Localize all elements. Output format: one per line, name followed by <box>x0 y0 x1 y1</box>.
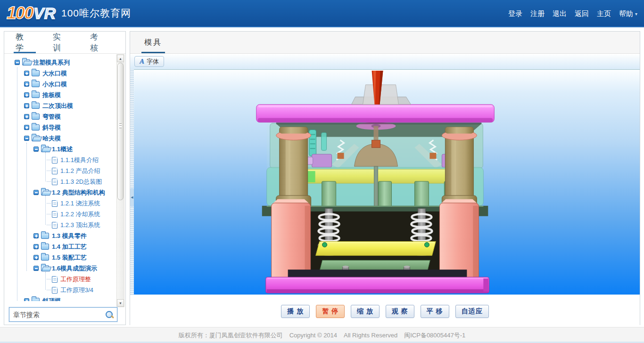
folder-icon <box>32 92 40 98</box>
tree-connector-line <box>45 272 46 290</box>
nav-back-link[interactable]: 返回 <box>575 9 589 18</box>
tree-item-label: 1.1.2 产品介绍 <box>60 167 100 175</box>
tree-item[interactable]: 工作原理3/4 <box>4 285 117 295</box>
expand-icon[interactable] <box>24 103 29 108</box>
course-sidebar: 教学 实训 考核 注塑模具系列 大水口模 小水口模 推板模 二次顶出模 弯管模 … <box>4 31 126 325</box>
content-panel: 模具 A 字体 ◀ <box>130 31 640 325</box>
tree-item[interactable]: 1.1.1模具介绍 <box>4 155 117 165</box>
font-button[interactable]: A 字体 <box>134 56 164 67</box>
tree-item-label: 1.3 模具零件 <box>52 232 87 240</box>
viewer-canvas[interactable] <box>134 69 640 295</box>
tree-item[interactable]: 1.6模具成型演示 <box>4 263 117 274</box>
nav-login-link[interactable]: 登录 <box>508 9 522 18</box>
tree-item[interactable]: 斜顶模 <box>4 295 117 301</box>
document-icon <box>52 157 58 163</box>
folder-open-icon <box>41 146 49 152</box>
tree-item[interactable]: 大水口模 <box>4 68 117 79</box>
nav-logout-link[interactable]: 退出 <box>553 9 567 18</box>
collapse-icon[interactable] <box>33 266 39 271</box>
tab-assessment[interactable]: 考核 <box>88 32 112 53</box>
tree-item[interactable]: 1.3 模具零件 <box>4 230 117 241</box>
tree-item[interactable]: 推板模 <box>4 90 117 100</box>
collapse-icon[interactable] <box>33 190 39 195</box>
pan-button[interactable]: 平 移 <box>421 305 449 318</box>
tree-item-label: 1.2.2 冷却系统 <box>60 210 100 219</box>
tree-item[interactable]: 哈夫模 <box>4 133 117 144</box>
expand-icon[interactable] <box>33 244 39 249</box>
viewer-row: ◀ <box>130 69 640 295</box>
scroll-down-button[interactable]: ▼ <box>117 299 124 307</box>
tree-item-selected[interactable]: 工作原理整 <box>4 274 117 285</box>
tab-mold[interactable]: 模具 <box>141 32 165 53</box>
site-title: 100唯尔教育网 <box>61 7 131 20</box>
tree-item[interactable]: 1.2.3 顶出系统 <box>4 220 117 230</box>
collapse-icon[interactable] <box>15 60 20 65</box>
expand-icon[interactable] <box>24 298 29 301</box>
expand-icon[interactable] <box>24 82 29 87</box>
scrollbar-thumb[interactable] <box>117 63 124 200</box>
play-button[interactable]: 播 放 <box>281 305 310 318</box>
playback-controls: 播 放 暂 停 缩 放 观 察 平 移 自适应 <box>130 295 640 325</box>
nav-help-link[interactable]: 帮助▾ <box>619 9 637 18</box>
tree-item[interactable]: 二次顶出模 <box>4 100 117 111</box>
pause-button[interactable]: 暂 停 <box>316 305 345 318</box>
top-clamp-plate <box>256 105 495 124</box>
tree-item[interactable]: 弯管模 <box>4 111 117 122</box>
tree-item[interactable]: 1.2.1 浇注系统 <box>4 198 117 209</box>
tree-item-label: 工作原理整 <box>60 275 91 284</box>
splitter-collapse-icon[interactable]: ◀ <box>130 188 134 207</box>
search-icon[interactable] <box>105 310 114 319</box>
chevron-down-icon: ▾ <box>635 11 637 16</box>
logo-100-text: 100 <box>7 3 33 23</box>
folder-open-icon <box>32 135 40 141</box>
panel-splitter[interactable]: ◀ <box>130 69 134 295</box>
collapse-icon[interactable] <box>33 147 39 152</box>
collapse-icon[interactable] <box>24 136 29 141</box>
tree-item[interactable]: 1.2.2 冷却系统 <box>4 209 117 220</box>
expand-icon[interactable] <box>24 114 29 119</box>
folder-icon <box>41 254 49 261</box>
tree-item[interactable]: 1.4 加工工艺 <box>4 241 117 252</box>
expand-icon[interactable] <box>33 233 39 238</box>
brand-logo[interactable]: 100 VR <box>7 3 56 23</box>
footer-copyright-cn: 版权所有：厦门凤凰创壹软件有限公司 <box>179 331 283 340</box>
tree-item[interactable]: 1.2 典型结构和机构 <box>4 187 117 198</box>
tab-teaching[interactable]: 教学 <box>14 32 38 53</box>
expand-icon[interactable] <box>33 255 39 260</box>
tree-root-item[interactable]: 注塑模具系列 <box>4 57 117 68</box>
tree-item-label: 哈夫模 <box>42 134 61 143</box>
folder-icon <box>32 298 40 301</box>
tree-item-label: 小水口模 <box>42 80 67 89</box>
tree-item[interactable]: 小水口模 <box>4 79 117 90</box>
observe-button[interactable]: 观 察 <box>386 305 414 318</box>
mold-3d-model[interactable] <box>134 70 640 294</box>
viewer-toolbar: A 字体 <box>130 54 640 69</box>
tree-scrollbar[interactable]: ▲ ▼ <box>116 54 124 307</box>
tree-item-label: 1.2.1 浇注系统 <box>60 199 100 208</box>
tab-practice[interactable]: 实训 <box>51 32 75 53</box>
scroll-up-button[interactable]: ▲ <box>117 55 124 62</box>
tree-item-label: 1.4 加工工艺 <box>52 243 87 251</box>
expand-icon[interactable] <box>24 125 29 130</box>
expand-icon[interactable] <box>24 71 29 76</box>
folder-icon <box>41 244 49 250</box>
auto-fit-button[interactable]: 自适应 <box>455 305 489 318</box>
nav-register-link[interactable]: 注册 <box>530 9 545 18</box>
footer-rights: All Rights Reserved <box>344 332 397 339</box>
tree-item[interactable]: 1.1概述 <box>4 144 117 155</box>
nav-home-link[interactable]: 主页 <box>597 9 611 18</box>
font-icon: A <box>140 57 144 65</box>
tree-item[interactable]: 斜导模 <box>4 122 117 133</box>
tree-item-label: 弯管模 <box>42 113 61 121</box>
tree-item-label: 大水口模 <box>42 69 67 78</box>
tree-item[interactable]: 1.1.2 产品介绍 <box>4 165 117 176</box>
folder-icon <box>32 70 40 76</box>
expand-icon[interactable] <box>24 92 29 98</box>
document-icon <box>52 179 58 185</box>
zoom-button[interactable]: 缩 放 <box>351 305 380 318</box>
document-icon <box>52 276 58 283</box>
search-input[interactable] <box>9 311 105 318</box>
tree-item-label: 1.1概述 <box>52 145 73 154</box>
tree-item[interactable]: 1.5 装配工艺 <box>4 252 117 263</box>
tree-item[interactable]: 1.1.3 2D总装图 <box>4 176 117 187</box>
